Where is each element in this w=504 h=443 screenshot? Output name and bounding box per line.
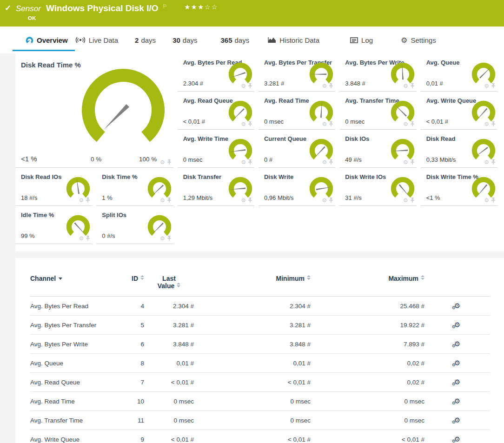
channel-gauge-cell[interactable]: Current Queue 0 # ⚙ [259, 130, 335, 168]
channel-gauge-cell[interactable]: Avg. Bytes Per Read 2.304 # ⚙ [178, 53, 254, 92]
channel-gauge-cell[interactable]: Disk Write 0,96 Mbit/s ⚙ [259, 168, 335, 206]
gauge-settings-gear-icon[interactable]: ⚙ [79, 198, 84, 203]
tab-2-days[interactable]: 2 days [135, 36, 156, 44]
channel-gauge-cell[interactable]: Avg. Read Queue < 0,01 # ⚙ [178, 92, 254, 130]
channel-settings-icon[interactable]: ⚙⚙ [454, 397, 460, 404]
gauge-pin-icon[interactable] [86, 197, 90, 203]
gauge-settings-gear-icon[interactable]: ⚙ [322, 83, 327, 89]
channel-gauge-cell[interactable]: Avg. Transfer Time 0 msec ⚙ [339, 92, 416, 130]
gauge-settings-gear-icon[interactable]: ⚙ [403, 159, 408, 165]
gauge-settings-gear-icon[interactable]: ⚙ [322, 159, 327, 165]
column-header-maximum[interactable]: Maximum [311, 275, 424, 297]
gauge-settings-gear-icon[interactable]: ⚙ [322, 121, 327, 127]
star-rating[interactable]: ★★★☆☆ [184, 3, 218, 11]
channel-gauge-cell[interactable]: Avg. Bytes Per Write 3.848 # ⚙ [339, 53, 416, 92]
channel-gauge-cell[interactable]: Disk Write IOs 31 #/s ⚙ [339, 168, 416, 206]
gauge-pin-icon[interactable] [248, 83, 252, 89]
gauge-pin-icon[interactable] [167, 159, 172, 165]
gauge-pin-icon[interactable] [167, 235, 172, 241]
channel-settings-icon[interactable]: ⚙⚙ [454, 417, 460, 423]
tab-30-days[interactable]: 30 days [172, 36, 197, 44]
channel-gauge-cell[interactable]: Disk Transfer 1,29 Mbit/s ⚙ [178, 168, 254, 206]
gauge-pin-icon[interactable] [491, 159, 496, 165]
gauge-value: 1 % [102, 194, 112, 201]
channel-gauge-cell[interactable]: Avg. Read Time 0 msec ⚙ [259, 92, 335, 130]
channel-settings-icon[interactable]: ⚙⚙ [454, 321, 460, 328]
gauge-settings-gear-icon[interactable]: ⚙ [241, 198, 246, 203]
tab-historic-data[interactable]: Historic Data [268, 36, 319, 44]
cell-channel: Avg. Queue [30, 354, 116, 373]
gauge-pin-icon[interactable] [491, 197, 496, 203]
gauge-pin-icon[interactable] [248, 121, 252, 127]
cell-last-value: < 0,01 # [144, 430, 194, 443]
channel-gauge-cell[interactable]: Disk Read IOs 18 #/s ⚙ [15, 168, 92, 206]
gauge-settings-gear-icon[interactable]: ⚙ [241, 121, 246, 127]
gauge-value: 2.304 # [183, 80, 203, 87]
gauge-pin-icon[interactable] [329, 159, 333, 165]
tab-365-days[interactable]: 365 days [221, 36, 250, 44]
channel-gauge-cell[interactable]: Avg. Write Queue < 0,01 # ⚙ [421, 92, 497, 130]
gauge-settings-gear-icon[interactable]: ⚙ [403, 121, 408, 127]
gauge-value: 49 #/s [345, 156, 361, 163]
channel-settings-icon[interactable]: ⚙⚙ [454, 378, 460, 385]
gauge-settings-gear-icon[interactable]: ⚙ [241, 159, 246, 165]
channel-settings-icon[interactable]: ⚙⚙ [454, 340, 460, 347]
column-header-id[interactable]: ID [116, 275, 144, 297]
column-header-last-value[interactable]: Last Value [144, 275, 194, 297]
gauge-pin-icon[interactable] [248, 159, 252, 165]
gauge-settings-gear-icon[interactable]: ⚙ [484, 198, 489, 203]
gauge-settings-gear-icon[interactable]: ⚙ [484, 121, 489, 127]
gauge-settings-gear-icon[interactable]: ⚙ [484, 83, 489, 89]
gauge-pin-icon[interactable] [410, 159, 415, 165]
channel-gauge-cell[interactable]: Avg. Queue 0,01 # ⚙ [421, 53, 497, 92]
gauge-title: Disk Write [264, 173, 293, 180]
column-header-channel[interactable]: Channel [30, 275, 116, 297]
gauge-pin-icon[interactable] [86, 235, 90, 241]
channel-gauge-cell[interactable]: Avg. Bytes Per Transfer 3.281 # ⚙ [259, 53, 335, 92]
object-kind-label: Sensor [16, 4, 41, 13]
channel-gauge-cell[interactable]: Disk Read 0,33 Mbit/s ⚙ [421, 130, 497, 168]
gauge-settings-gear-icon[interactable]: ⚙ [160, 198, 165, 203]
cell-maximum: 0 msec [311, 392, 424, 411]
channel-settings-icon[interactable]: ⚙⚙ [454, 359, 460, 366]
channel-gauge-cell[interactable]: Split IOs 0 #/s ⚙ [96, 206, 173, 244]
gauge-value: < 0,01 # [183, 118, 205, 125]
gauge-pin-icon[interactable] [167, 197, 172, 203]
gauge-settings-gear-icon[interactable]: ⚙ [484, 159, 489, 165]
channel-settings-icon[interactable]: ⚙⚙ [454, 436, 460, 443]
gauge-value: 99 % [21, 232, 35, 239]
channel-gauge-cell[interactable]: Idle Time % 99 % ⚙ [15, 206, 92, 244]
priority-flag-icon[interactable]: ⚐ [163, 3, 167, 9]
gauge-pin-icon[interactable] [329, 83, 333, 89]
tab-settings[interactable]: ⚙ Settings [401, 36, 436, 45]
gauge-pin-icon[interactable] [491, 83, 496, 89]
log-list-icon [350, 37, 358, 43]
gauge-settings-gear-icon[interactable]: ⚙ [160, 159, 165, 165]
channel-settings-icon[interactable]: ⚙⚙ [454, 302, 460, 309]
gauge-pin-icon[interactable] [248, 197, 252, 203]
channel-table: Channel ID Last Value Minimum Maximum [30, 275, 490, 443]
gauge-pin-icon[interactable] [410, 121, 415, 127]
tab-live-data[interactable]: Live Data [75, 36, 118, 44]
gauge-settings-gear-icon[interactable]: ⚙ [403, 83, 408, 89]
tab-label: Overview [37, 36, 68, 44]
channel-gauge-cell[interactable]: Disk IOs 49 #/s ⚙ [339, 130, 416, 168]
column-header-minimum[interactable]: Minimum [194, 275, 311, 297]
gauge-settings-gear-icon[interactable]: ⚙ [241, 83, 246, 89]
gauge-pin-icon[interactable] [410, 197, 415, 203]
channel-gauge-cell[interactable]: Avg. Write Time 0 msec ⚙ [178, 130, 254, 168]
gauge-pin-icon[interactable] [410, 83, 415, 89]
gauge-settings-gear-icon[interactable]: ⚙ [79, 236, 84, 241]
gauge-pin-icon[interactable] [491, 121, 496, 127]
gauge-settings-gear-icon[interactable]: ⚙ [322, 198, 327, 203]
main-gauge-cell[interactable]: Disk Read Time % 0 % 100 % <1 % ⚙ [15, 53, 173, 168]
gauge-settings-gear-icon[interactable]: ⚙ [160, 236, 165, 241]
tab-overview[interactable]: Overview [26, 36, 68, 44]
channel-gauge-cell[interactable]: Disk Time % 1 % ⚙ [96, 168, 173, 206]
gauge-settings-gear-icon[interactable]: ⚙ [403, 198, 408, 203]
gauge-pin-icon[interactable] [329, 121, 333, 127]
tab-log[interactable]: Log [350, 36, 373, 44]
gauge-pin-icon[interactable] [329, 197, 333, 203]
gear-icon: ⚙ [401, 36, 407, 45]
channel-gauge-cell[interactable]: Disk Write Time % <1 % ⚙ [421, 168, 497, 206]
